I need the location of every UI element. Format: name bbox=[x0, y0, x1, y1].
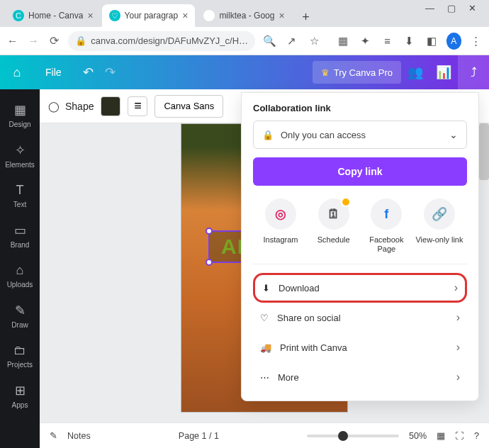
action-icon: ⋯ bbox=[260, 372, 269, 383]
canva-topbar: ⌂ File ↶ ↷ ♛ Try Canva Pro 👥 📊 ⤴ bbox=[0, 55, 489, 89]
url-text: canva.com/design/DAFuMvZYJ_c/H… bbox=[91, 35, 248, 46]
shape-label: Shape bbox=[65, 101, 94, 112]
share-target-facebook-page[interactable]: fFacebook Page bbox=[361, 198, 411, 254]
share-action-print-with-canva[interactable]: 🚚Print with Canva› bbox=[253, 332, 467, 362]
chevron-right-icon: › bbox=[454, 281, 458, 294]
sidebar-label: Projects bbox=[7, 361, 33, 369]
window-maximize[interactable]: ▢ bbox=[447, 3, 456, 18]
sidebar-item-uploads[interactable]: ⌂Uploads bbox=[0, 256, 40, 296]
forward-button[interactable]: → bbox=[26, 33, 40, 49]
share-target-view-only-link[interactable]: 🔗View-only link bbox=[415, 198, 464, 254]
profile-avatar[interactable]: A bbox=[446, 33, 461, 50]
share-target-label: Schedule bbox=[317, 235, 350, 245]
tab-title: Your paragrap bbox=[125, 11, 179, 21]
resize-handle-bl[interactable] bbox=[206, 259, 213, 266]
sidebar-item-brand[interactable]: ▭Brand bbox=[0, 215, 40, 256]
menu-icon[interactable]: ⋮ bbox=[468, 33, 483, 50]
window-minimize[interactable]: — bbox=[425, 3, 434, 18]
reading-list-icon[interactable]: ≡ bbox=[380, 33, 395, 50]
downloads-icon[interactable]: ⬇ bbox=[402, 33, 417, 50]
action-label: Share on social bbox=[277, 313, 341, 323]
try-canva-pro-button[interactable]: ♛ Try Canva Pro bbox=[313, 61, 401, 84]
apps-icon[interactable]: ▦ bbox=[336, 33, 351, 50]
undo-button[interactable]: ↶ bbox=[83, 65, 94, 80]
zoom-thumb[interactable] bbox=[338, 431, 348, 441]
sidebar-item-apps[interactable]: ⊞Apps bbox=[0, 376, 40, 416]
share-target-instagram[interactable]: ◎Instagram bbox=[256, 198, 305, 254]
sidepanel-icon[interactable]: ◧ bbox=[424, 33, 439, 50]
new-tab-button[interactable]: + bbox=[296, 7, 316, 27]
sidebar-item-draw[interactable]: ✎Draw bbox=[0, 296, 40, 336]
window-close[interactable]: ✕ bbox=[468, 3, 476, 18]
share-button[interactable]: ⤴ bbox=[458, 55, 489, 89]
close-tab-icon[interactable]: × bbox=[87, 10, 93, 21]
sidebar-label: Draw bbox=[11, 321, 28, 329]
action-label: Print with Canva bbox=[280, 342, 347, 353]
sidebar-item-elements[interactable]: ✧Elements bbox=[0, 135, 40, 176]
chevron-right-icon: › bbox=[456, 341, 460, 354]
text-icon: T bbox=[16, 183, 24, 198]
back-button[interactable]: ← bbox=[6, 33, 19, 49]
copy-link-button[interactable]: Copy link bbox=[253, 157, 467, 186]
share-target-icon: f bbox=[371, 198, 402, 230]
font-selector[interactable]: Canva Sans bbox=[154, 95, 223, 118]
notes-button[interactable]: Notes bbox=[67, 431, 91, 441]
projects-icon: 🗀 bbox=[13, 343, 26, 358]
home-button[interactable]: ⌂ bbox=[0, 55, 34, 89]
share-action-more[interactable]: ⋯More› bbox=[253, 362, 467, 392]
notes-icon[interactable]: ✎ bbox=[50, 430, 57, 441]
shape-button[interactable]: ◯ Shape bbox=[48, 101, 94, 112]
color-picker[interactable] bbox=[101, 96, 120, 116]
share-actions-list: ⬇Download›♡Share on social›🚚Print with C… bbox=[253, 273, 467, 392]
access-selector[interactable]: 🔒 Only you can access ⌄ bbox=[253, 121, 467, 149]
analytics-icon[interactable]: 📊 bbox=[429, 55, 458, 89]
sidebar-item-projects[interactable]: 🗀Projects bbox=[0, 336, 40, 376]
browser-tab[interactable]: Gmilktea - Goog× bbox=[196, 4, 291, 27]
close-tab-icon[interactable]: × bbox=[182, 10, 188, 21]
page-indicator[interactable]: Page 1 / 1 bbox=[179, 431, 219, 441]
share-action-download[interactable]: ⬇Download› bbox=[253, 273, 467, 303]
close-tab-icon[interactable]: × bbox=[279, 10, 284, 21]
reload-button[interactable]: ⟳ bbox=[47, 33, 61, 49]
share-target-label: Facebook Page bbox=[361, 235, 411, 254]
share-target-label: Instagram bbox=[264, 235, 298, 245]
grid-view-icon[interactable]: ▦ bbox=[437, 430, 445, 441]
try-pro-label: Try Canva Pro bbox=[334, 67, 393, 78]
redo-button[interactable]: ↷ bbox=[105, 65, 116, 80]
browser-tab[interactable]: ♡Your paragrap× bbox=[102, 4, 196, 27]
extensions-icon[interactable]: ✦ bbox=[358, 33, 373, 50]
fullscreen-icon[interactable]: ⛶ bbox=[455, 431, 464, 441]
sidebar-item-design[interactable]: ▦Design bbox=[0, 95, 40, 135]
share-action-share-on-social[interactable]: ♡Share on social› bbox=[253, 303, 467, 332]
sidebar-item-text[interactable]: TText bbox=[0, 176, 40, 215]
help-icon[interactable]: ? bbox=[474, 431, 479, 441]
action-label: Download bbox=[279, 283, 320, 293]
address-bar[interactable]: 🔒 canva.com/design/DAFuMvZYJ_c/H… bbox=[68, 31, 255, 51]
collab-link-label: Collaboration link bbox=[253, 103, 467, 113]
browser-tab[interactable]: CHome - Canva× bbox=[6, 4, 101, 27]
apps-icon: ⊞ bbox=[15, 383, 26, 398]
zoom-slider[interactable] bbox=[307, 435, 399, 437]
draw-icon: ✎ bbox=[15, 303, 26, 318]
zoom-icon[interactable]: 🔍 bbox=[262, 33, 277, 50]
favicon-icon: C bbox=[13, 10, 24, 21]
favicon-icon: ♡ bbox=[109, 10, 120, 21]
vertical-scrollbar[interactable] bbox=[479, 123, 489, 180]
sidebar-label: Elements bbox=[5, 161, 35, 169]
share-target-schedule[interactable]: 🗓Schedule bbox=[309, 198, 359, 254]
resize-handle-tl[interactable] bbox=[206, 228, 213, 235]
lock-icon: 🔒 bbox=[75, 35, 86, 46]
action-icon: ⬇ bbox=[262, 283, 270, 293]
share-target-icon: 🔗 bbox=[424, 198, 455, 230]
left-sidebar: ▦Design✧ElementsTText▭Brand⌂Uploads✎Draw… bbox=[0, 89, 40, 448]
shape-icon: ◯ bbox=[48, 101, 60, 112]
collaborators-icon[interactable]: 👥 bbox=[401, 55, 429, 89]
uploads-icon: ⌂ bbox=[16, 263, 24, 278]
file-menu[interactable]: File bbox=[34, 67, 73, 78]
zoom-level[interactable]: 50% bbox=[409, 431, 427, 441]
design-icon: ▦ bbox=[14, 102, 26, 118]
share-targets-grid: ◎Instagram🗓SchedulefFacebook Page🔗View-o… bbox=[253, 198, 467, 264]
bookmark-icon[interactable]: ☆ bbox=[306, 33, 321, 50]
share-url-icon[interactable]: ↗ bbox=[284, 33, 299, 50]
list-style-button[interactable]: ≡ bbox=[128, 96, 147, 116]
